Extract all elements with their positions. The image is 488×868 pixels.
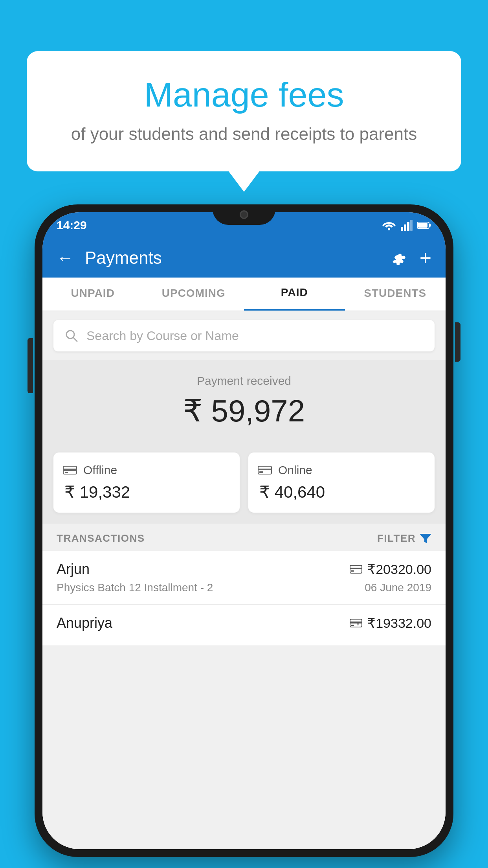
search-bar[interactable]: Search by Course or Name (53, 320, 435, 351)
tabs-bar: UNPAID UPCOMING PAID STUDENTS (42, 278, 446, 311)
transactions-label: TRANSACTIONS (57, 532, 145, 544)
filter-label: FILTER (377, 532, 416, 544)
tab-upcoming[interactable]: UPCOMING (143, 278, 244, 311)
transaction-name-arjun: Arjun (57, 561, 90, 577)
svg-rect-12 (65, 472, 68, 473)
speech-bubble-container: Manage fees of your students and send re… (27, 51, 461, 171)
svg-rect-19 (351, 570, 354, 572)
status-time: 14:29 (57, 219, 87, 232)
bubble-subtitle: of your students and send receipts to pa… (58, 124, 430, 144)
svg-rect-4 (410, 220, 413, 231)
transaction-row-anupriya[interactable]: Anupriya ₹ ₹19332.00 (42, 605, 446, 646)
svg-marker-16 (420, 534, 431, 543)
header-left: ← Payments (57, 248, 162, 268)
transaction-amount-row-anupriya: ₹ ₹19332.00 (350, 615, 431, 631)
phone-device: 14:29 (35, 204, 453, 857)
transaction-detail-arjun: Physics Batch 12 Installment - 2 (57, 581, 213, 594)
tab-students[interactable]: STUDENTS (345, 278, 446, 311)
svg-rect-21 (350, 622, 362, 623)
add-button[interactable]: + (420, 246, 431, 270)
payment-section: Payment received ₹ 59,972 (42, 360, 446, 441)
tab-unpaid[interactable]: UNPAID (42, 278, 143, 311)
online-card-header: Online (258, 463, 425, 477)
payment-received-label: Payment received (53, 374, 435, 388)
transaction-amount-row-arjun: ₹20320.00 (350, 561, 431, 577)
offline-tx-icon: ₹ (350, 618, 362, 628)
svg-rect-22 (351, 625, 354, 626)
phone-shell: 14:29 (35, 204, 453, 857)
offline-card: Offline ₹ 19,332 (53, 452, 240, 513)
offline-label: Offline (83, 463, 117, 477)
header-title: Payments (85, 248, 162, 268)
svg-line-9 (73, 337, 77, 341)
svg-rect-15 (259, 471, 263, 473)
search-icon (64, 329, 79, 343)
status-icons (382, 220, 431, 231)
app-header: ← Payments + (42, 238, 446, 278)
online-payment-icon (258, 465, 272, 476)
transaction-bottom-arjun: Physics Batch 12 Installment - 2 06 June… (57, 581, 431, 594)
offline-card-header: Offline (63, 463, 230, 477)
content-area: Search by Course or Name Payment receive… (42, 311, 446, 849)
transaction-amount-anupriya: ₹19332.00 (367, 615, 431, 631)
online-label: Online (278, 463, 312, 477)
tab-paid[interactable]: PAID (244, 278, 345, 311)
signal-icon (401, 220, 413, 231)
wifi-icon (382, 220, 396, 231)
svg-rect-18 (350, 568, 362, 569)
svg-rect-2 (404, 224, 406, 231)
speech-bubble: Manage fees of your students and send re… (27, 51, 461, 171)
svg-rect-14 (258, 469, 272, 470)
transaction-date-arjun: 06 June 2019 (365, 581, 431, 594)
payment-total-amount: ₹ 59,972 (53, 393, 435, 429)
svg-rect-1 (401, 227, 403, 231)
transaction-top-arjun: Arjun ₹20320.00 (57, 561, 431, 577)
transactions-header: TRANSACTIONS FILTER (42, 524, 446, 551)
offline-payment-icon (63, 465, 77, 476)
filter-section[interactable]: FILTER (377, 532, 431, 544)
svg-text:₹: ₹ (357, 623, 359, 627)
search-placeholder: Search by Course or Name (86, 329, 239, 343)
transaction-name-anupriya: Anupriya (57, 615, 112, 631)
settings-icon[interactable] (390, 249, 407, 267)
online-tx-icon (350, 565, 362, 574)
svg-rect-3 (407, 222, 409, 231)
offline-amount: ₹ 19,332 (63, 482, 230, 502)
filter-icon (420, 533, 431, 544)
phone-notch (213, 204, 275, 225)
svg-rect-6 (418, 223, 427, 228)
online-amount: ₹ 40,640 (258, 482, 425, 502)
bubble-title: Manage fees (58, 75, 430, 115)
battery-icon (417, 221, 431, 229)
camera (240, 210, 248, 219)
online-card: Online ₹ 40,640 (248, 452, 435, 513)
phone-screen: 14:29 (42, 212, 446, 849)
payment-cards: Offline ₹ 19,332 Online (42, 441, 446, 524)
svg-rect-11 (63, 469, 77, 471)
svg-rect-7 (429, 224, 431, 227)
transaction-top-anupriya: Anupriya ₹ ₹19332.00 (57, 615, 431, 631)
transaction-row[interactable]: Arjun ₹20320.00 Physics Batch 12 Install… (42, 551, 446, 605)
svg-point-0 (388, 228, 390, 230)
back-button[interactable]: ← (57, 248, 74, 268)
transaction-amount-arjun: ₹20320.00 (367, 561, 431, 577)
header-right: + (390, 246, 431, 270)
